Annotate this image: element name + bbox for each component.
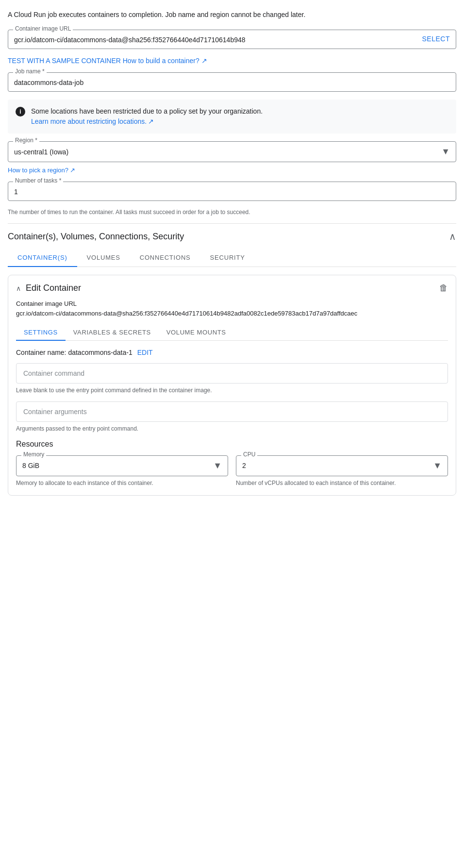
region-dropdown[interactable]: Region * us-central1 (Iowa) ▼ <box>8 141 456 162</box>
restricting-locations-label: Learn more about restricting locations. <box>31 117 147 127</box>
job-name-value: datacommons-data-job <box>14 79 450 86</box>
region-value: us-central1 (Iowa) <box>14 148 68 156</box>
info-box: i Some locations have been restricted du… <box>8 100 456 134</box>
resources-title: Resources <box>16 440 448 449</box>
intro-text: A Cloud Run job executes containers to c… <box>8 10 456 20</box>
how-to-pick-label: How to pick a region? <box>8 167 68 174</box>
section-header: Container(s), Volumes, Connections, Secu… <box>8 223 456 249</box>
inner-tab-variables[interactable]: VARIABLES & SECRETS <box>66 325 159 341</box>
memory-dropdown-arrow: ▼ <box>213 461 222 471</box>
test-sample-link[interactable]: TEST WITH A SAMPLE CONTAINER <box>8 57 121 65</box>
tab-containers[interactable]: CONTAINER(S) <box>8 249 77 267</box>
job-name-field: Job name * datacommons-data-job <box>8 72 456 92</box>
edit-container-header: ∧ Edit Container 🗑 <box>16 283 448 293</box>
cpu-label: CPU <box>241 451 257 458</box>
edit-container-title-text: Edit Container <box>26 283 81 293</box>
tab-connections[interactable]: CONNECTIONS <box>130 249 200 267</box>
inner-tab-volume-mounts[interactable]: VOLUME MOUNTS <box>159 325 234 341</box>
region-dropdown-arrow: ▼ <box>441 147 450 157</box>
container-image-field: Container image URL gcr.io/datcom-ci/dat… <box>8 30 456 49</box>
restricting-locations-link[interactable]: Learn more about restricting locations. … <box>31 117 154 127</box>
how-to-pick-region-link[interactable]: How to pick a region? ↗ <box>8 167 75 174</box>
region-label: Region * <box>13 137 39 144</box>
container-name-label: Container name: datacommons-data-1 <box>16 349 133 356</box>
container-arguments-input[interactable] <box>16 401 448 422</box>
container-image-value: gcr.io/datcom-ci/datacommons-data@sha256… <box>14 36 246 44</box>
how-to-build-link[interactable]: How to build a container? ↗ <box>123 57 207 65</box>
info-box-text: Some locations have been restricted due … <box>31 106 263 127</box>
card-image-url: gcr.io/datcom-ci/datacommons-data@sha256… <box>16 309 448 318</box>
container-image-label: Container image URL <box>13 25 73 32</box>
tab-volumes[interactable]: VOLUMES <box>77 249 130 267</box>
edit-container-card: ∧ Edit Container 🗑 Container image URL g… <box>8 275 456 496</box>
container-name-edit-link[interactable]: EDIT <box>137 349 153 356</box>
cpu-hint: Number of vCPUs allocated to each instan… <box>236 479 448 487</box>
cpu-value: 2 <box>242 462 246 469</box>
container-arguments-hint: Arguments passed to the entry point comm… <box>16 425 448 433</box>
edit-container-title: ∧ Edit Container <box>16 283 81 293</box>
external-icon-region: ↗ <box>70 167 75 174</box>
main-tabs: CONTAINER(S) VOLUMES CONNECTIONS SECURIT… <box>8 249 456 267</box>
delete-container-icon[interactable]: 🗑 <box>439 283 448 293</box>
memory-hint: Memory to allocate to each instance of t… <box>16 479 228 487</box>
section-title: Container(s), Volumes, Connections, Secu… <box>8 232 184 242</box>
section-collapse-icon[interactable]: ∧ <box>449 231 456 242</box>
container-name-row: Container name: datacommons-data-1 EDIT <box>16 349 448 356</box>
card-image-label: Container image URL <box>16 300 448 307</box>
info-text-main: Some locations have been restricted due … <box>31 107 263 115</box>
memory-value: 8 GiB <box>22 462 39 469</box>
how-to-build-label: How to build a container? <box>123 57 199 65</box>
external-link-icon: ↗ <box>201 57 207 65</box>
memory-dropdown[interactable]: Memory 8 GiB ▼ <box>16 455 228 476</box>
container-command-input[interactable] <box>16 363 448 384</box>
cpu-col: CPU 2 ▼ Number of vCPUs allocated to eac… <box>236 455 448 487</box>
container-command-hint: Leave blank to use the entry point comma… <box>16 386 448 395</box>
number-of-tasks-label: Number of tasks * <box>13 177 63 184</box>
job-name-label: Job name * <box>13 68 47 75</box>
cpu-dropdown[interactable]: CPU 2 ▼ <box>236 455 448 476</box>
number-of-tasks-value: 1 <box>14 188 450 196</box>
inner-tab-settings[interactable]: SETTINGS <box>16 325 66 341</box>
resources-row: Memory 8 GiB ▼ Memory to allocate to eac… <box>16 455 448 487</box>
tab-security[interactable]: SECURITY <box>200 249 255 267</box>
cpu-dropdown-arrow: ▼ <box>433 461 442 471</box>
info-icon: i <box>16 107 25 117</box>
external-icon: ↗ <box>148 117 154 127</box>
inner-tabs: SETTINGS VARIABLES & SECRETS VOLUME MOUN… <box>16 325 448 341</box>
number-of-tasks-hint: The number of times to run the container… <box>8 209 456 216</box>
container-collapse-icon[interactable]: ∧ <box>16 284 21 292</box>
memory-label: Memory <box>21 451 46 458</box>
memory-col: Memory 8 GiB ▼ Memory to allocate to eac… <box>16 455 228 487</box>
number-of-tasks-field: Number of tasks * 1 <box>8 182 456 201</box>
select-button[interactable]: SELECT <box>422 35 450 43</box>
